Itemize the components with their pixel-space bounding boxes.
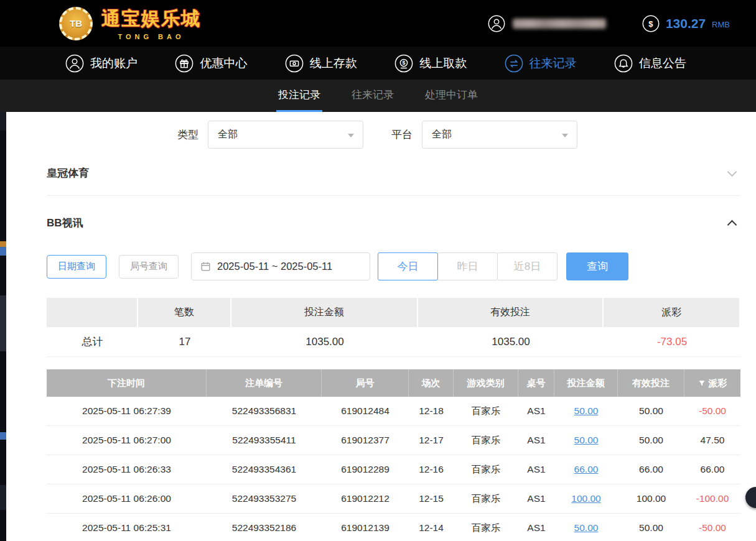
summary-total-label: 总计 [47,327,138,357]
detail-header-payout: 派彩 [684,369,740,397]
cell-payout: 66.00 [684,455,740,484]
cell-order-no: 522493353275 [207,484,322,514]
today-button[interactable]: 今日 [378,252,438,280]
cell-payout: -50.00 [684,397,740,426]
detail-header: 投注金额 [554,369,618,397]
summary-header: 有效投注 [418,298,604,327]
cell-session: 12-16 [409,455,454,484]
logo-title: 通宝娱乐城 [101,6,201,32]
cell-time: 2025-05-11 06:25:31 [47,514,207,541]
svg-text:$: $ [403,60,406,66]
cell-session: 12-18 [409,397,454,426]
cell-order-no: 522493352186 [207,514,322,541]
summary-payout: -73.05 [604,327,740,357]
cell-valid-bet: 50.00 [618,397,684,426]
account-icon [65,54,84,73]
cell-round-no: 619012289 [322,455,409,484]
platform-select[interactable]: 全部 [422,121,577,149]
date-query-button[interactable]: 日期查询 [47,255,106,279]
detail-header: 下注时间 [47,369,207,397]
records-icon [505,54,523,73]
platform-select-value: 全部 [432,128,452,141]
summary-header: 派彩 [604,298,740,327]
search-button[interactable]: 查询 [566,252,628,280]
nav-label: 线上存款 [310,55,357,72]
cell-game-type: 百家乐 [454,426,518,455]
bet-amount-link[interactable]: 50.00 [574,435,599,446]
cell-game-type: 百家乐 [454,484,518,514]
calendar-icon [200,261,211,272]
nav-item-announcements[interactable]: 信息公告 [614,54,686,73]
top-header: TB 通宝娱乐城 TONG BAO $ 130.27 RMB [0,0,756,47]
bet-amount-link[interactable]: 50.00 [574,405,599,417]
nav-item-online-withdrawal[interactable]: $ 线上取款 [394,54,467,73]
bell-icon [614,54,633,73]
cell-game-type: 百家乐 [454,514,518,541]
deposit-icon [285,54,304,73]
date-range-input[interactable]: 2025-05-11 ~ 2025-05-11 [191,252,370,280]
cell-game-type: 百家乐 [454,397,518,426]
chevron-down-icon[interactable] [727,167,737,177]
chevron-up-icon[interactable] [727,220,737,230]
background-page-edge [0,112,6,541]
cell-time: 2025-05-11 06:27:39 [47,397,207,426]
cell-time: 2025-05-11 06:26:33 [47,455,207,484]
cell-time: 2025-05-11 06:26:00 [47,484,207,514]
user-area: $ 130.27 RMB [488,15,730,32]
casino-chip-icon: TB [59,7,93,40]
site-logo[interactable]: TB 通宝娱乐城 TONG BAO [59,6,201,40]
cell-order-no: 522493356831 [207,397,322,426]
nav-item-my-account[interactable]: 我的账户 [65,54,138,73]
summary-header: 投注金额 [231,298,418,327]
bet-amount-link[interactable]: 50.00 [574,522,599,534]
tab-bet-records[interactable]: 投注记录 [276,80,322,112]
cell-game-type: 百家乐 [454,455,518,484]
nav-label: 我的账户 [90,55,138,72]
bet-amount-link[interactable]: 100.00 [571,493,600,504]
detail-header: 游戏类别 [454,369,518,397]
user-avatar-icon[interactable] [488,15,505,32]
nav-item-transaction-records[interactable]: 往来记录 [505,54,577,73]
summary-header [47,298,138,327]
username-masked [513,19,606,29]
nav-item-promotions[interactable]: 优惠中心 [175,54,247,73]
bet-amount-link[interactable]: 66.00 [574,464,599,475]
cell-table-no: AS1 [518,484,554,514]
type-select-value: 全部 [218,128,238,141]
detail-header: 局号 [322,369,409,397]
main-nav: 我的账户 优惠中心 线上存款 $ 线上取款 往来记录 [0,47,756,80]
nav-label: 信息公告 [639,55,686,72]
wallet-dollar-icon[interactable]: $ [642,15,660,32]
cell-table-no: AS1 [518,426,554,455]
section-title: BB视讯 [47,216,83,230]
yesterday-button[interactable]: 昨日 [437,252,498,280]
cell-time: 2025-05-11 06:27:00 [47,426,207,455]
last-8-days-button[interactable]: 近8日 [497,252,558,280]
cell-round-no: 619012212 [322,484,409,514]
chevron-down-icon [348,134,354,137]
tab-processing-orders[interactable]: 处理中订单 [423,80,480,112]
floating-widget[interactable] [745,487,756,508]
cell-payout: -100.00 [684,484,740,514]
section-title: 皇冠体育 [47,166,89,180]
section-bb-video[interactable]: BB视讯 [47,216,740,230]
summary-table: 笔数 投注金额 有效投注 派彩 总计 17 1035.00 1035.00 -7… [47,298,740,357]
tab-transactions[interactable]: 往来记录 [350,80,396,112]
nav-label: 往来记录 [530,55,577,72]
logo-subtitle: TONG BAO [101,33,201,40]
nav-label: 线上取款 [419,55,467,72]
cell-session: 12-14 [409,514,454,541]
round-query-button[interactable]: 局号查询 [119,255,179,279]
section-crown-sports[interactable]: 皇冠体育 [47,166,740,196]
cell-round-no: 619012377 [322,426,409,455]
balance-amount: 130.27 [666,16,706,31]
cell-table-no: AS1 [518,514,554,541]
sub-nav: 投注记录 往来记录 处理中订单 [0,80,756,112]
nav-label: 优惠中心 [200,55,247,72]
balance-currency: RMB [712,20,730,29]
main-content: 类型 全部 平台 全部 皇冠体育 BB视讯 日期查询 [47,121,740,541]
sort-icon[interactable] [698,379,706,387]
summary-header: 笔数 [138,298,231,327]
type-select[interactable]: 全部 [208,121,363,149]
nav-item-online-deposit[interactable]: 线上存款 [285,54,357,73]
